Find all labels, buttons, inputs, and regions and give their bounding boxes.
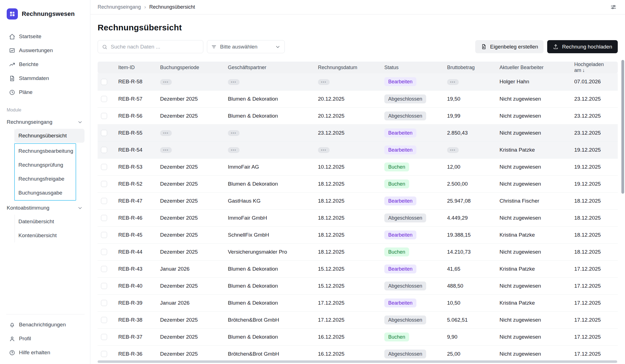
cell-checkbox [98,294,115,311]
cell-bearbeiter: Nicht zugewiesen [496,209,571,226]
col-header-hochgeladen[interactable]: Hochgeladen am↓ [571,62,618,73]
row-checkbox[interactable] [101,317,107,323]
status-badge: Bearbeiten [384,145,416,154]
cell-bruttobetrag: 25,00 [444,345,496,362]
sidebar-item-hilfe[interactable]: Hilfe erhalten [6,346,85,360]
table-row[interactable]: REB-R-36 Dezember 2025 Brötchen&Brot Gmb… [98,345,618,362]
sidebar-item-berichte[interactable]: Berichte [6,57,85,71]
cell-checkbox [98,226,115,243]
cell-item-id: REB-R-45 [115,226,157,243]
table-row[interactable]: REB-R-38 Dezember 2025 Brötchen&Brot Gmb… [98,311,618,328]
row-checkbox[interactable] [101,147,107,153]
row-checkbox[interactable] [101,266,107,272]
sidebar-item-kontenuebersicht[interactable]: Kontenübersicht [15,229,85,242]
table-row[interactable]: REB-R-47 Dezember 2025 GastHaus KG 18.12… [98,192,618,209]
col-header-rechnungsdatum[interactable]: Rechnungsdatum [315,62,381,73]
table-row[interactable]: REB-R-56 Dezember 2025 Blumen & Dekorati… [98,107,618,124]
filter-select[interactable]: Bitte auswählen [207,40,285,53]
row-checkbox[interactable] [101,164,107,170]
cell-rechnungsdatum: 18.12.2025 [315,243,381,260]
sidebar-group-rechnungseingang[interactable]: Rechnungseingang [6,115,85,129]
user-icon [9,336,15,342]
table-row[interactable]: REB-R-40 Dezember 2025 Blumen & Dekorati… [98,277,618,294]
breadcrumb-parent[interactable]: Rechnungseingang [98,4,141,10]
row-checkbox[interactable] [101,215,107,221]
row-checkbox[interactable] [101,249,107,255]
cell-status: Buchen [381,158,444,175]
table-row[interactable]: REB-R-55 ••• ••• 23.12.2025 Bearbeiten 2… [98,124,618,141]
cell-buchungsperiode: ••• [157,141,225,158]
table-row[interactable]: REB-R-43 Januar 2026 Blumen & Dekoration… [98,260,618,277]
cell-checkbox [98,209,115,226]
cell-hochgeladen: 18.12.2025 [571,226,618,243]
row-checkbox[interactable] [101,96,107,102]
cell-buchungsperiode: Dezember 2025 [157,90,225,107]
cell-item-id: REB-R-56 [115,107,157,124]
table-row[interactable]: REB-R-37 Dezember 2025 Blumen & Dekorati… [98,328,618,345]
row-checkbox[interactable] [101,351,107,357]
row-checkbox[interactable] [101,232,107,238]
sidebar-item-auswertungen[interactable]: Auswertungen [6,43,85,57]
sidebar-item-rechnungsbearbeitung[interactable]: Rechnungsbearbeitung [15,144,76,158]
highlight-box: Rechnungsbearbeitung Rechnungsprüfung Re… [14,143,76,201]
col-header-item-id[interactable]: Item-ID [115,62,157,73]
table-row[interactable]: REB-R-57 Dezember 2025 Blumen & Dekorati… [98,90,618,107]
table-body: REB-R-58 ••• ••• ••• Bearbeiten ••• Holg… [98,73,618,362]
col-header-geschaeftspartner[interactable]: Geschäftspartner [225,62,315,73]
sidebar-item-rechnungspruefung[interactable]: Rechnungsprüfung [15,158,76,172]
create-receipt-button[interactable]: Eigenbeleg erstellen [475,40,544,53]
row-checkbox[interactable] [101,334,107,340]
table-row[interactable]: REB-R-39 Januar 2026 Blumen & Dekoration… [98,294,618,311]
search-box [98,40,203,53]
cell-geschaeftspartner: SchnellFix GmbH [225,226,315,243]
table-row[interactable]: REB-R-46 Dezember 2025 ImmoFair GmbH 18.… [98,209,618,226]
sidebar-item-startseite[interactable]: Startseite [6,30,85,43]
col-header-bruttobetrag[interactable]: Bruttobetrag [444,62,496,73]
row-checkbox[interactable] [101,79,107,85]
col-header-buchungsperiode[interactable]: Buchungsperiode [157,62,225,73]
table-row[interactable]: REB-R-53 Dezember 2025 ImmoFair AG 10.12… [98,158,618,175]
table-row[interactable]: REB-R-54 ••• ••• ••• Bearbeiten ••• Kris… [98,141,618,158]
sidebar-item-stammdaten[interactable]: Stammdaten [6,71,85,85]
cell-bearbeiter: Nicht zugewiesen [496,124,571,141]
table-row[interactable]: REB-R-58 ••• ••• ••• Bearbeiten ••• Holg… [98,73,618,90]
sidebar-item-label: Berichte [19,61,38,67]
cell-buchungsperiode: Dezember 2025 [157,209,225,226]
sidebar-item-rechnungsfreigabe[interactable]: Rechnungsfreigabe [15,172,76,186]
cell-checkbox [98,141,115,158]
row-checkbox[interactable] [101,130,107,136]
sidebar-item-rechnungsuebersicht[interactable]: Rechnungsübersicht [15,129,85,143]
row-checkbox[interactable] [101,113,107,119]
horizontal-scrollbar[interactable] [98,360,617,363]
breadcrumb: Rechnungseingang › Rechnungsübersicht [98,4,195,10]
view-settings-button[interactable] [610,4,617,10]
row-checkbox[interactable] [101,181,107,187]
sidebar-item-datenuebersicht[interactable]: Datenübersicht [15,215,85,229]
cell-hochgeladen: 18.12.2025 [571,243,618,260]
sidebar-item-buchungsausgabe[interactable]: Buchungsausgabe [15,186,76,200]
vertical-scrollbar[interactable] [621,60,624,194]
sidebar-item-profil[interactable]: Profil [6,332,85,346]
table-row[interactable]: REB-R-44 Dezember 2025 Versicherungsmakl… [98,243,618,260]
cell-buchungsperiode: Januar 2026 [157,294,225,311]
sidebar-item-benachrichtigungen[interactable]: Benachrichtigungen [6,318,85,332]
row-checkbox[interactable] [101,198,107,204]
trending-icon [9,61,15,68]
cell-bruttobetrag: 10,50 [444,294,496,311]
table-row[interactable]: REB-R-45 Dezember 2025 SchnellFix GmbH 1… [98,226,618,243]
col-header-status[interactable]: Status [381,62,444,73]
sidebar-group-kontoabstimmung[interactable]: Kontoabstimmung [6,201,85,215]
table-row[interactable]: REB-R-52 Dezember 2025 Blumen & Dekorati… [98,175,618,192]
upload-invoice-button[interactable]: Rechnung hochladen [547,40,618,53]
sidebar-item-plaene[interactable]: Pläne [6,85,85,99]
row-checkbox[interactable] [101,300,107,306]
cell-buchungsperiode: Dezember 2025 [157,226,225,243]
cell-bearbeiter: Nicht zugewiesen [496,107,571,124]
help-icon [9,350,15,356]
cell-buchungsperiode: Dezember 2025 [157,328,225,345]
cell-checkbox [98,260,115,277]
cell-rechnungsdatum: 20.12.2025 [315,90,381,107]
search-input[interactable] [98,40,203,53]
col-header-bearbeiter[interactable]: Aktueller Bearbeiter [496,62,571,73]
row-checkbox[interactable] [101,283,107,289]
